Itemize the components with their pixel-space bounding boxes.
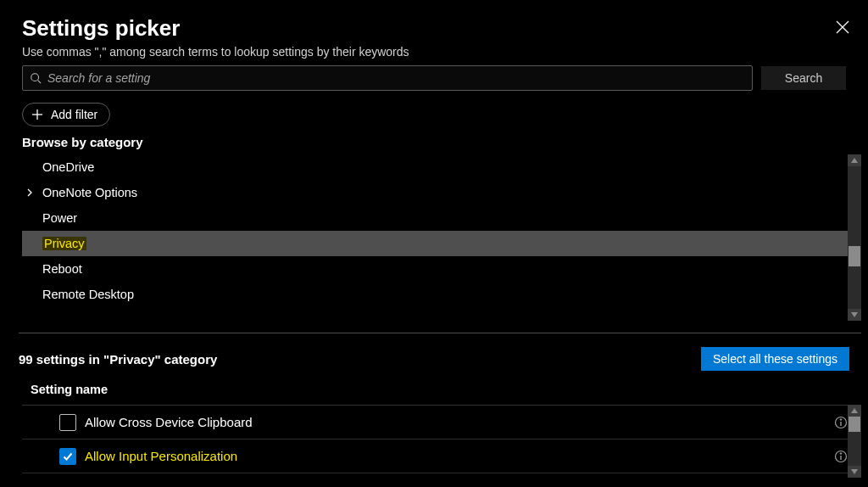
category-item-privacy[interactable]: Privacy [22,231,861,256]
category-label: Power [42,211,77,225]
category-label: Remote Desktop [42,288,134,301]
search-button[interactable]: Search [761,66,846,90]
page-subtitle: Use commas "," among search terms to loo… [22,45,846,59]
scroll-down-button[interactable] [848,466,861,478]
settings-list: Allow Cross Device Clipboard Allow Input… [22,405,861,478]
info-icon [834,416,848,429]
category-list: OneDrive OneNote Options Power Privacy R… [22,154,861,321]
close-button[interactable] [834,19,851,36]
category-item-power[interactable]: Power [22,205,861,231]
info-icon [834,450,848,463]
svg-point-10 [840,418,842,420]
check-icon [62,451,74,462]
select-all-button[interactable]: Select all these settings [701,347,849,371]
page-title: Settings picker [22,15,846,42]
checkbox[interactable] [59,414,76,431]
info-button[interactable] [834,450,848,463]
svg-line-3 [38,81,42,84]
scroll-up-button[interactable] [848,405,861,417]
category-item-onenote-options[interactable]: OneNote Options [22,180,861,205]
category-label: Privacy [42,237,86,250]
svg-marker-7 [851,312,858,317]
triangle-down-icon [851,469,858,474]
search-box[interactable] [22,65,753,91]
scroll-down-button[interactable] [848,309,861,321]
search-icon [30,72,42,84]
settings-scrollbar[interactable] [848,405,861,478]
add-filter-button[interactable]: Add filter [22,103,110,126]
add-filter-label: Add filter [51,108,97,121]
close-icon [836,20,849,34]
svg-point-13 [840,452,842,454]
triangle-up-icon [851,408,858,413]
category-item-onedrive[interactable]: OneDrive [22,154,861,180]
category-scrollbar[interactable] [848,154,861,321]
svg-point-2 [31,74,39,81]
setting-label: Allow Cross Device Clipboard [85,415,253,429]
scroll-up-button[interactable] [848,154,861,166]
category-label: Reboot [42,262,82,276]
checkbox[interactable] [59,448,76,465]
setting-label: Allow Input Personalization [85,449,237,463]
search-input[interactable] [42,71,745,85]
setting-name-column-header[interactable]: Setting name [0,371,868,403]
browse-by-category-label: Browse by category [0,133,868,154]
chevron-right-icon [25,188,39,197]
scroll-thumb[interactable] [849,246,860,266]
svg-marker-14 [851,408,858,413]
setting-item-allow-cross-device-clipboard[interactable]: Allow Cross Device Clipboard [22,406,861,439]
category-item-reboot[interactable]: Reboot [22,256,861,282]
triangle-up-icon [851,158,858,163]
category-label: OneNote Options [42,186,137,199]
category-item-remote-desktop[interactable]: Remote Desktop [22,282,861,307]
svg-marker-15 [851,469,858,474]
triangle-down-icon [851,312,858,317]
scroll-thumb[interactable] [849,417,860,432]
category-label: OneDrive [42,160,94,174]
setting-item-allow-input-personalization[interactable]: Allow Input Personalization [22,439,861,473]
info-button[interactable] [834,416,848,429]
plus-icon [31,109,43,120]
svg-marker-6 [851,158,858,163]
results-count: 99 settings in "Privacy" category [19,352,217,367]
